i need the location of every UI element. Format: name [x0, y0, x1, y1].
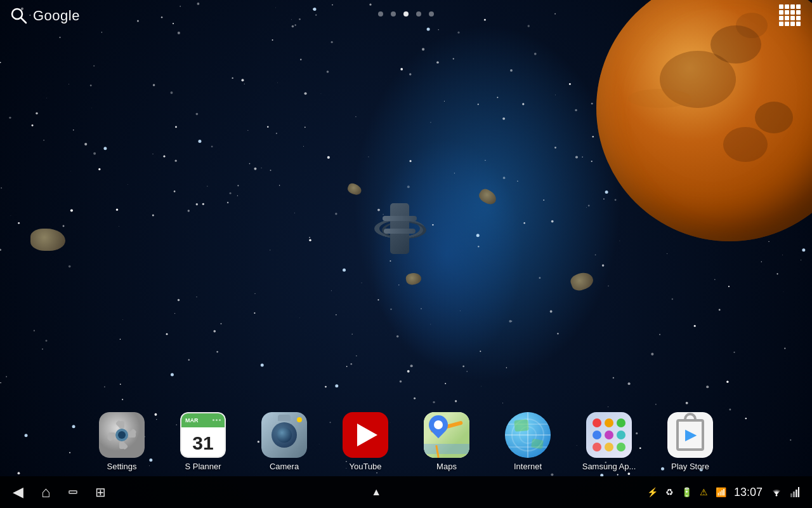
youtube-play-triangle: [357, 424, 377, 446]
page-dot-2[interactable]: [391, 11, 396, 17]
splanner-box: MAR 31: [180, 412, 226, 458]
grid-cell: [790, 22, 795, 26]
samsung-app-dot: [617, 443, 625, 451]
youtube-label: YouTube: [349, 462, 381, 471]
grid-cell: [779, 22, 783, 26]
asteroid-1: [30, 229, 65, 251]
samsung-app-dot: [605, 431, 613, 439]
page-dot-5[interactable]: [429, 11, 434, 17]
svg-point-4: [118, 431, 126, 439]
youtube-icon: [343, 412, 388, 458]
page-dot-1[interactable]: [378, 11, 383, 17]
maps-colored-icon: [424, 412, 469, 458]
svg-rect-17: [798, 487, 799, 497]
camera-icon: [261, 412, 307, 458]
search-icon: [10, 7, 28, 25]
samsung-app-dot: [617, 431, 625, 439]
samsung-label: Samsung Ap...: [582, 462, 636, 471]
grid-cell: [790, 4, 795, 9]
page-dot-3[interactable]: [403, 11, 409, 17]
play-store-bag: ▶: [667, 412, 713, 458]
globe-icon: [505, 412, 551, 458]
usb-icon: ⚡: [647, 487, 658, 497]
samsung-app-dot: [593, 443, 601, 451]
maps-icon: [424, 412, 469, 458]
svg-line-1: [21, 18, 26, 23]
grid-cell: [785, 10, 789, 15]
maps-label: Maps: [436, 462, 457, 471]
home-button[interactable]: ⌂: [41, 483, 51, 501]
settings-icon: [99, 412, 145, 458]
sp-dot: [219, 419, 221, 421]
space-station: [368, 190, 431, 267]
page-indicators: [378, 11, 434, 17]
camera-label: Camera: [270, 462, 299, 471]
google-search-bar[interactable]: Google: [10, 7, 80, 25]
grid-cell: [796, 16, 801, 20]
back-button[interactable]: ◀: [13, 484, 23, 500]
app-samsung[interactable]: Samsung Ap...: [568, 407, 650, 476]
splanner-dots: [213, 419, 221, 421]
recycle-icon: ♻: [665, 487, 674, 497]
grid-cell: [785, 16, 789, 20]
settings-icon-svg: [99, 412, 145, 458]
svg-rect-16: [796, 490, 797, 497]
sp-dot: [216, 419, 218, 421]
grid-cell: [779, 4, 783, 9]
grid-cell: [790, 16, 795, 20]
camera-bump: [278, 415, 291, 421]
wifi-icon: [770, 487, 783, 497]
samsung-app-dot: [605, 418, 613, 427]
svg-rect-14: [790, 493, 792, 497]
app-splanner[interactable]: MAR 31 S Planner: [162, 407, 244, 476]
samsung-app-dot: [593, 418, 601, 427]
all-apps-button[interactable]: [779, 4, 802, 27]
samsung-icon: [586, 412, 632, 458]
nav-right-status: ⚡ ♻ 🔋 ⚠ 📶 13:07: [647, 486, 799, 499]
splanner-month: MAR: [185, 417, 199, 424]
grid-cell: [779, 10, 783, 15]
grid-cell: [796, 22, 801, 26]
grid-cell: [785, 4, 789, 9]
samsung-dots-grid: [586, 412, 632, 458]
app-playstore[interactable]: ▶ Play Store: [650, 407, 731, 476]
recents-button[interactable]: [69, 490, 77, 494]
bag-handle: [684, 413, 697, 422]
grid-cell: [779, 16, 783, 20]
app-settings[interactable]: Settings: [81, 407, 162, 476]
playstore-label: Play Store: [671, 462, 709, 471]
app-internet[interactable]: Internet: [487, 407, 568, 476]
settings-label: Settings: [107, 462, 137, 471]
system-time: 13:07: [734, 486, 763, 499]
internet-icon: [505, 412, 551, 458]
page-dot-4[interactable]: [416, 11, 421, 17]
nav-left-controls: ◀ ⌂ ⊞: [13, 483, 106, 501]
grid-cell: [796, 4, 801, 9]
internet-label: Internet: [514, 462, 542, 471]
battery-icon: 🔋: [681, 487, 692, 497]
playstore-icon: ▶: [667, 412, 713, 458]
app-camera[interactable]: Camera: [244, 407, 325, 476]
svg-point-13: [775, 495, 777, 497]
camera-lens: [272, 422, 297, 448]
app-maps[interactable]: Maps: [406, 407, 487, 476]
top-bar: Google: [0, 0, 812, 32]
grid-cell: [796, 10, 801, 15]
signal-strength-icon: [790, 487, 799, 497]
signal-icon: 📶: [716, 487, 726, 497]
splanner-icon: MAR 31: [180, 412, 226, 458]
grid-cell: [785, 22, 789, 26]
svg-rect-15: [793, 491, 795, 497]
splanner-header: MAR: [181, 413, 225, 427]
splanner-date: 31: [192, 432, 213, 454]
warning-icon: ⚠: [700, 487, 708, 497]
app-youtube[interactable]: YouTube: [325, 407, 406, 476]
screenshot-button[interactable]: ⊞: [95, 485, 106, 500]
samsung-app-dot: [605, 443, 613, 451]
playstore-arrow: ▶: [685, 427, 696, 443]
samsung-app-dot: [593, 431, 601, 439]
camera-body: [261, 412, 307, 458]
up-arrow-button[interactable]: ▲: [371, 486, 381, 498]
google-label: Google: [33, 8, 80, 24]
sp-dot: [213, 419, 214, 421]
